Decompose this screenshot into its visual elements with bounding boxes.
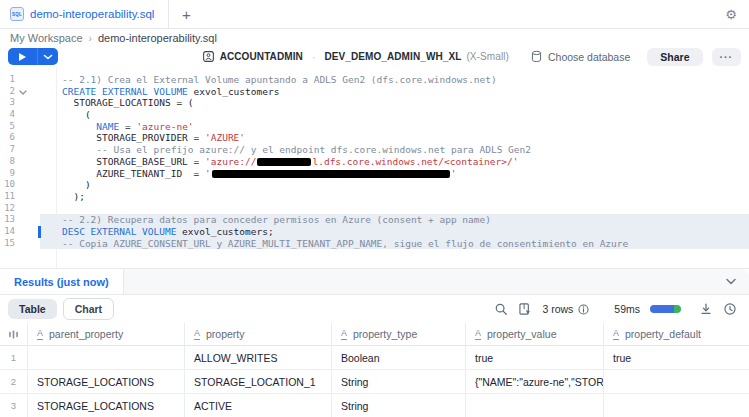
token-str: 'azure-ne' xyxy=(136,121,193,132)
text-type-icon: A xyxy=(341,328,347,340)
active-statement-marker xyxy=(38,226,41,238)
code-line-3[interactable]: 3 STORAGE_LOCATIONS = ( xyxy=(0,97,749,109)
token-pl: exvol_customers xyxy=(188,86,280,97)
row-number-cell[interactable]: 3 xyxy=(0,394,28,417)
line-number: 14 xyxy=(0,226,15,238)
table-cell[interactable] xyxy=(466,394,604,417)
token-com: -- 2.1) Crea el External Volume apuntand… xyxy=(62,74,497,85)
table-cell[interactable]: true xyxy=(466,346,604,369)
table-row: 2STORAGE_LOCATIONSSTORAGE_LOCATION_1Stri… xyxy=(0,370,749,394)
results-toolbar: Table Chart 3 rows xyxy=(0,295,749,323)
row-number-cell[interactable]: 2 xyxy=(0,370,28,393)
table-cell[interactable]: STORAGE_LOCATIONS xyxy=(28,394,185,417)
run-options-button[interactable] xyxy=(38,48,58,65)
table-cell[interactable] xyxy=(604,370,749,393)
token-pl: STORAGE_BASE_URL = xyxy=(62,156,205,167)
table-cell[interactable]: ALLOW_WRITES xyxy=(185,346,332,369)
table-row: 1ALLOW_WRITESBooleantruetrue xyxy=(0,346,749,370)
code-text: -- 2.1) Crea el External Volume apuntand… xyxy=(62,74,497,85)
collapse-results-button[interactable] xyxy=(725,269,737,294)
row-number-column-header[interactable] xyxy=(0,323,28,345)
line-number: 8 xyxy=(0,156,15,168)
table-cell[interactable]: STORAGE_LOCATION_1 xyxy=(185,370,332,393)
code-line-11[interactable]: 11 ); xyxy=(0,191,749,203)
code-line-8[interactable]: 8 STORAGE_BASE_URL = 'azure://l.dfs.core… xyxy=(0,156,749,168)
column-header-property[interactable]: Aproperty xyxy=(185,323,332,345)
warehouse-name: DEV_DEMO_ADMIN_WH_XL xyxy=(324,51,461,62)
tab-demo-interoperability[interactable]: SQL demo-interoperability.sql xyxy=(0,0,169,28)
code-line-12[interactable]: 12 xyxy=(0,203,749,215)
code-text: -- Copia AZURE_CONSENT_URL y AZURE_MULTI… xyxy=(62,238,628,249)
line-number: 9 xyxy=(0,168,15,180)
table-cell[interactable]: ACTIVE xyxy=(185,394,332,417)
token-pl: = xyxy=(119,121,136,132)
context-separator: · xyxy=(312,51,316,63)
worksheet-tab-bar: SQL demo-interoperability.sql + ⚙ xyxy=(0,0,749,29)
token-pl: ( xyxy=(62,109,91,120)
search-icon[interactable] xyxy=(494,302,508,316)
token-str: l.dfs.core.windows.net/<container>/' xyxy=(312,156,518,167)
text-type-icon: A xyxy=(475,328,481,340)
code-line-4[interactable]: 4 ( xyxy=(0,109,749,121)
table-cell[interactable] xyxy=(28,346,185,369)
column-header-parent_property[interactable]: Aparent_property xyxy=(28,323,185,345)
run-button[interactable] xyxy=(8,48,37,65)
table-cell[interactable]: String xyxy=(332,370,466,393)
code-line-13[interactable]: 13-- 2.2) Recupera datos para conceder p… xyxy=(0,214,749,226)
code-line-15[interactable]: 15-- Copia AZURE_CONSENT_URL y AZURE_MUL… xyxy=(0,238,749,250)
table-cell[interactable]: String xyxy=(332,394,466,417)
query-duration-label: 59ms xyxy=(614,303,640,315)
column-header-property_value[interactable]: Aproperty_value xyxy=(466,323,604,345)
column-header-property_default[interactable]: Aproperty_default xyxy=(604,323,749,345)
code-line-7[interactable]: 7 -- Usa el prefijo azure:// y el endpoi… xyxy=(0,144,749,156)
code-text: NAME = 'azure-ne' xyxy=(62,121,194,132)
table-cell[interactable]: true xyxy=(604,346,749,369)
role-selector[interactable]: ACCOUNTADMIN xyxy=(202,50,303,63)
results-tab[interactable]: Results (just now) xyxy=(0,269,124,294)
choose-database-button[interactable]: Choose database xyxy=(530,50,630,63)
code-text: STORAGE_LOCATIONS = ( xyxy=(62,97,194,108)
table-cell[interactable]: {"NAME":"azure-ne","STORAGE_PRO xyxy=(466,370,604,393)
token-pl: STORAGE_LOCATIONS = ( xyxy=(62,97,194,108)
column-header-property_type[interactable]: Aproperty_type xyxy=(332,323,466,345)
results-panel: Results (just now) Table Chart 3 row xyxy=(0,268,749,417)
code-line-10[interactable]: 10 ) xyxy=(0,179,749,191)
breadcrumb-workspace-link[interactable]: My Workspace xyxy=(10,32,83,44)
row-number-cell[interactable]: 1 xyxy=(0,346,28,369)
download-icon[interactable] xyxy=(699,302,713,316)
row-count-label: 3 rows xyxy=(542,303,573,315)
worksheet-action-bar: ACCOUNTADMIN · DEV_DEMO_ADMIN_WH_XL (X-S… xyxy=(0,45,749,67)
code-line-5[interactable]: 5 NAME = 'azure-ne' xyxy=(0,121,749,133)
token-com: -- 2.2) Recupera datos para conceder per… xyxy=(62,214,491,225)
column-header-label: property_default xyxy=(625,328,701,340)
code-line-9[interactable]: 9 AZURE_TENANT_ID = '' xyxy=(0,168,749,180)
more-options-button[interactable]: ··· xyxy=(712,48,742,66)
line-number: 1 xyxy=(0,74,15,86)
token-pl: exvol_customers; xyxy=(176,226,273,237)
code-line-1[interactable]: 1-- 2.1) Crea el External Volume apuntan… xyxy=(0,74,749,86)
sql-editor[interactable]: 1-- 2.1) Crea el External Volume apuntan… xyxy=(0,67,749,268)
breadcrumb-current: demo-interoperability.sql xyxy=(98,32,217,44)
info-icon[interactable] xyxy=(577,303,590,316)
code-line-6[interactable]: 6 STORAGE_PROVIDER = 'AZURE' xyxy=(0,132,749,144)
warehouse-selector[interactable]: DEV_DEMO_ADMIN_WH_XL (X-Small) xyxy=(324,51,509,62)
play-icon xyxy=(19,53,26,61)
results-table: Aparent_propertyApropertyAproperty_typeA… xyxy=(0,323,749,417)
columns-filter-icon[interactable] xyxy=(518,302,532,316)
line-number: 3 xyxy=(0,97,15,109)
new-tab-button[interactable]: + xyxy=(169,0,203,28)
line-number: 2 xyxy=(0,86,15,98)
query-history-clock-icon[interactable] xyxy=(723,302,737,316)
share-button[interactable]: Share xyxy=(647,48,702,66)
snowsight-worksheet-app: SQL demo-interoperability.sql + ⚙ My Wor… xyxy=(0,0,749,417)
table-cell[interactable] xyxy=(604,394,749,417)
code-line-2[interactable]: 2CREATE EXTERNAL VOLUME exvol_customers xyxy=(0,86,749,98)
query-duration[interactable]: 59ms xyxy=(614,303,681,315)
table-cell[interactable]: STORAGE_LOCATIONS xyxy=(28,370,185,393)
chart-view-button[interactable]: Chart xyxy=(63,298,114,320)
settings-gear-icon[interactable]: ⚙ xyxy=(725,0,737,28)
table-cell[interactable]: Boolean xyxy=(332,346,466,369)
table-view-button[interactable]: Table xyxy=(8,299,57,319)
line-number: 12 xyxy=(0,203,15,215)
code-line-14[interactable]: 14DESC EXTERNAL VOLUME exvol_customers; xyxy=(0,226,749,238)
